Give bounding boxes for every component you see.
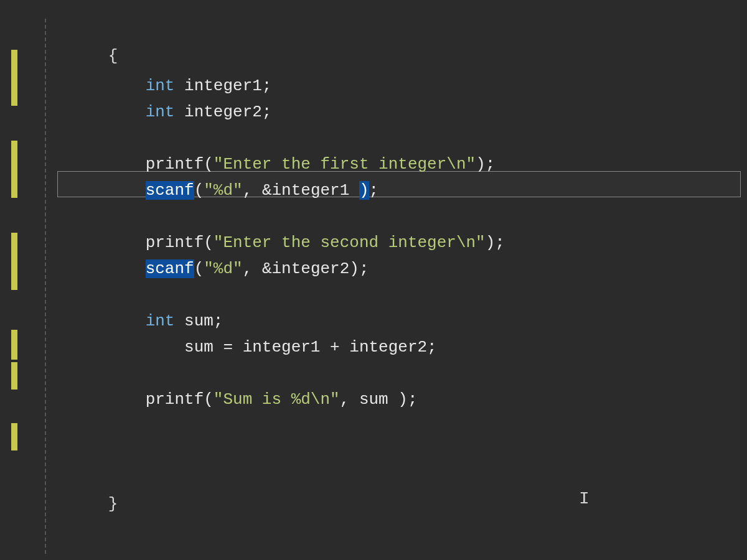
code-line[interactable]: int sum;	[62, 282, 747, 309]
blank-line[interactable]	[62, 256, 747, 282]
change-marker	[11, 233, 17, 290]
code-line[interactable]: printf("Enter the first integer\n");	[62, 126, 747, 152]
gutter	[0, 0, 37, 560]
code-line[interactable]: {	[50, 17, 747, 44]
change-marker	[11, 50, 17, 106]
code-line[interactable]: int integer2;	[62, 73, 747, 100]
blank-line[interactable]	[62, 439, 747, 465]
code-line[interactable]: }	[50, 465, 747, 492]
blank-line[interactable]	[62, 387, 747, 413]
change-marker	[11, 423, 17, 450]
code-line[interactable]: scanf("%d", &integer2);	[62, 230, 747, 256]
code-line[interactable]: printf("Sum is %d\n", sum );	[62, 361, 747, 387]
blank-line[interactable]	[62, 178, 747, 204]
code-area[interactable]: { int integer1; int integer2; printf("En…	[37, 0, 747, 560]
change-marker	[11, 330, 17, 360]
change-marker	[11, 141, 17, 198]
blank-line[interactable]	[62, 100, 747, 126]
code-line[interactable]: printf("Enter the second integer\n");	[62, 204, 747, 230]
code-editor[interactable]: { int integer1; int integer2; printf("En…	[0, 0, 747, 560]
blank-line[interactable]	[62, 413, 747, 439]
code-line[interactable]: sum = integer1 + integer2;	[62, 309, 747, 335]
code-line-current[interactable]: scanf("%d", &integer1 );	[62, 152, 747, 178]
blank-line[interactable]	[62, 335, 747, 361]
change-marker	[11, 362, 17, 390]
text-cursor-icon: I	[579, 485, 590, 513]
code-line[interactable]: int integer1;	[62, 47, 747, 73]
brace-close: }	[108, 495, 118, 513]
